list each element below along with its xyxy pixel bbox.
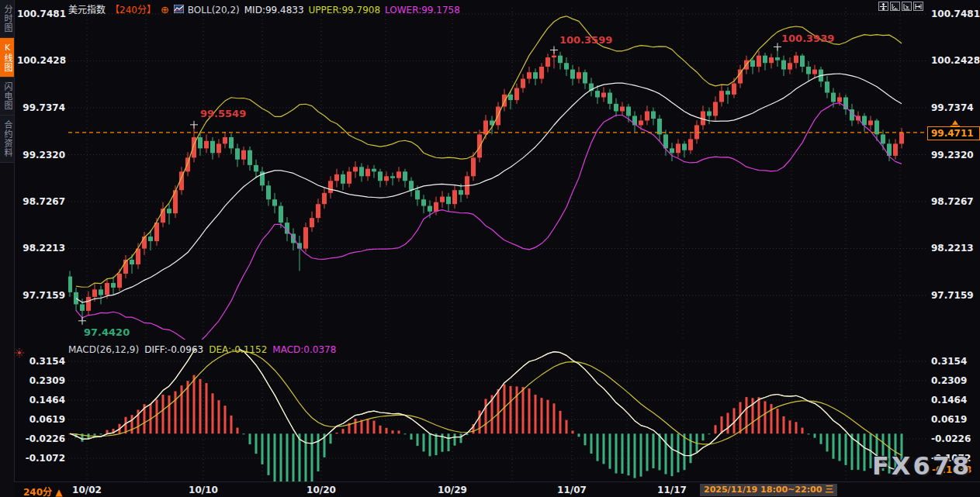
- sidebar-tab-contract-info[interactable]: 合约资料: [0, 116, 14, 163]
- date-axis-label: 11/17: [657, 485, 687, 495]
- fx678-watermark: FX678: [872, 451, 971, 481]
- price-axis-label-right: 100.7481: [931, 9, 979, 19]
- crosshair-icon[interactable]: [878, 2, 888, 11]
- period-selector[interactable]: 240分 ▲: [23, 485, 62, 497]
- pan-right-icon[interactable]: [913, 2, 923, 11]
- price-axis-label-right: 97.7159: [931, 290, 979, 301]
- session-time-label: 2025/11/19 18:00~22:00 三: [700, 484, 837, 496]
- chart-header: 美元指数【240分】⊕BOLL(20,2)MID:99.4833UPPER:99…: [68, 2, 465, 16]
- macd-header: MACD(26,12,9)DIFF:-0.0963DEA:-0.1152MACD…: [68, 344, 341, 355]
- boll-upper-value: UPPER:99.7908: [309, 5, 380, 16]
- candles-layer: [68, 47, 904, 320]
- price-axis-label-left: 98.2213: [17, 243, 65, 254]
- price-axis-label-left: 99.2320: [17, 150, 65, 160]
- macd-axis-label-left: 0.0619: [17, 414, 65, 425]
- sidebar-tab-kline-chart[interactable]: K线图: [0, 38, 14, 78]
- macd-macd-value: MACD:0.0378: [272, 344, 336, 355]
- mini-chart-icon[interactable]: [174, 5, 184, 16]
- date-axis-label: 10/29: [438, 485, 467, 495]
- price-axis-label-left: 100.7481: [17, 9, 65, 19]
- price-axis-label-right: 98.2213: [931, 243, 979, 254]
- macd-layer: [69, 340, 903, 497]
- macd-axis-label-left: -0.1072: [17, 453, 65, 464]
- boll-mid-value: MID:99.4833: [244, 5, 304, 16]
- bottom-time-axis: 240分 ▲ 2025/11/19 18:00~22:00 三 10/0210/…: [14, 481, 980, 497]
- sidebar-tab-lightning-chart[interactable]: 闪电图: [0, 78, 14, 116]
- price-axis-label-right: 99.7374: [931, 102, 979, 113]
- macd-settings-icon[interactable]: [15, 346, 24, 361]
- macd-axis-label-right: 0.3154: [931, 356, 979, 367]
- symbol-name: 美元指数: [68, 5, 106, 16]
- chart-app: { "app": { "watermark": "FX678" }, "side…: [0, 0, 980, 497]
- macd-axis-label-right: 0.1464: [931, 395, 979, 406]
- date-axis-label: 10/10: [189, 485, 218, 495]
- period-up-arrow-icon: ▲: [55, 487, 62, 497]
- period-badge: 【240分】: [110, 5, 156, 16]
- macd-axis-label-right: 0.2309: [931, 375, 979, 386]
- date-axis-label: 10/02: [72, 485, 102, 495]
- price-axis-label-left: 97.7159: [17, 290, 65, 301]
- macd-axis-label-left: -0.0226: [17, 433, 65, 444]
- price-annotation: 97.4420: [84, 326, 130, 338]
- macd-axis-label-left: 0.3154: [17, 356, 65, 367]
- price-marker-icon: [950, 116, 961, 131]
- price-annotation: 100.3599: [559, 34, 612, 46]
- price-axis-label-right: 99.2320: [931, 150, 979, 160]
- price-axis-label-left: 99.7374: [17, 102, 65, 113]
- chart-toolbar: [878, 2, 923, 11]
- price-axis-label-left: 100.2428: [17, 55, 65, 66]
- macd-dea-value: DEA:-0.1152: [209, 344, 267, 355]
- price-annotation: 99.5549: [200, 108, 246, 119]
- price-annotation: 100.3939: [781, 33, 834, 44]
- boll-lower-value: LOWER:99.1758: [385, 5, 460, 16]
- date-axis-label: 11/07: [557, 485, 587, 495]
- add-indicator-icon[interactable]: ⊕: [161, 4, 169, 16]
- price-axis-label-right: 100.2428: [931, 55, 979, 66]
- date-axis-label: 10/20: [306, 485, 336, 495]
- macd-axis-label-right: 0.0619: [931, 414, 979, 425]
- macd-indicator-label: MACD(26,12,9): [68, 344, 139, 355]
- macd-axis-label-right: -0.0226: [931, 433, 979, 444]
- zoom-in-x-icon[interactable]: [902, 2, 912, 11]
- boll-indicator-label: BOLL(20,2): [188, 5, 240, 16]
- kline-chart-canvas[interactable]: [0, 0, 980, 497]
- zoom-out-x-icon[interactable]: [890, 2, 900, 11]
- macd-axis-label-left: 0.2309: [17, 375, 65, 386]
- price-axis-label-right: 98.7267: [931, 196, 979, 207]
- price-axis-label-left: 98.7267: [17, 196, 65, 207]
- macd-diff-value: DIFF:-0.0963: [144, 344, 203, 355]
- macd-axis-label-left: 0.1464: [17, 395, 65, 406]
- left-sidebar: 分时图 K线图 闪电图 合约资料: [0, 0, 15, 497]
- sidebar-tab-time-chart[interactable]: 分时图: [0, 0, 14, 38]
